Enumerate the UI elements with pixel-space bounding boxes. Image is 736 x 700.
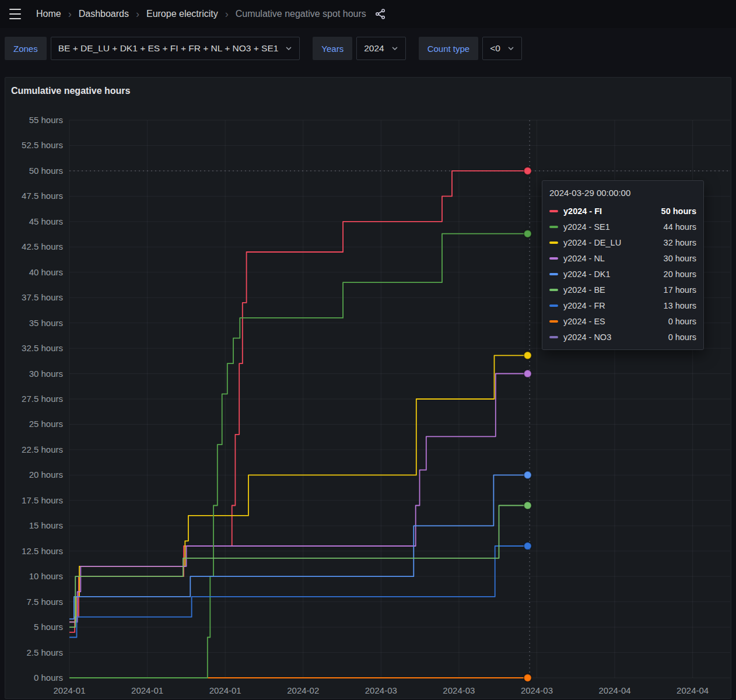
series-endpoint-fi — [524, 167, 531, 174]
filter-years: Years2024 — [313, 37, 405, 60]
filter-label: Years — [313, 37, 352, 60]
filter-value-dropdown[interactable]: 2024 — [356, 37, 405, 60]
y-axis-tick-label: 42.5 hours — [22, 242, 63, 251]
y-axis-tick-label: 52.5 hours — [22, 140, 63, 150]
share-icon[interactable] — [374, 8, 386, 20]
y-axis-tick-label: 27.5 hours — [22, 394, 63, 404]
x-axis-tick-label: 2024-02 — [287, 685, 319, 695]
series-color-marker — [549, 336, 558, 338]
tooltip-series-value: 32 hours — [664, 238, 696, 247]
y-axis-tick-label: 50 hours — [29, 166, 63, 176]
breadcrumb-item[interactable]: Europe electricity — [146, 9, 218, 19]
breadcrumb-separator-icon: › — [68, 9, 72, 19]
series-endpoint-nl — [524, 370, 531, 377]
x-axis-tick-label: 2024-03 — [443, 685, 475, 695]
tooltip-series-label: y2024 - ES — [563, 317, 605, 326]
y-axis-tick-label: 0 hours — [34, 673, 63, 682]
x-axis-tick-label: 2024-01 — [209, 685, 241, 695]
y-axis-tick-label: 47.5 hours — [22, 191, 63, 201]
top-navigation-bar: Home›Dashboards›Europe electricity›Cumul… — [0, 0, 736, 28]
y-axis-tick-label: 22.5 hours — [22, 444, 63, 454]
tooltip-series-value: 0 hours — [668, 317, 696, 326]
tooltip-series-row: y2024 - SE144 hours — [549, 219, 696, 235]
tooltip-series-list: y2024 - FI50 hoursy2024 - SE144 hoursy20… — [549, 203, 696, 345]
y-axis-tick-label: 25 hours — [29, 419, 63, 429]
filter-value-dropdown[interactable]: <0 — [482, 37, 522, 60]
series-color-marker — [549, 210, 558, 212]
series-endpoint-de_lu — [524, 352, 531, 359]
series-endpoint-se1 — [524, 230, 531, 237]
y-axis-tick-label: 15 hours — [29, 520, 63, 530]
filter-selected-value: <0 — [490, 43, 500, 54]
series-endpoint-es — [524, 674, 531, 682]
y-axis-tick-label: 20 hours — [29, 470, 63, 480]
x-axis-tick-label: 2024-01 — [131, 685, 163, 695]
tooltip-series-value: 17 hours — [664, 285, 696, 295]
y-axis-tick-label: 40 hours — [29, 267, 63, 277]
tooltip-series-value: 13 hours — [664, 301, 696, 310]
y-axis-tick-label: 10 hours — [29, 571, 63, 581]
y-axis-tick-label: 12.5 hours — [22, 546, 63, 556]
tooltip-series-value: 44 hours — [664, 222, 696, 232]
chevron-down-icon — [507, 45, 514, 52]
y-axis-tick-label: 32.5 hours — [22, 343, 63, 353]
series-color-marker — [549, 304, 558, 307]
breadcrumb-item[interactable]: Home — [36, 9, 61, 19]
breadcrumb: Home›Dashboards›Europe electricity›Cumul… — [36, 9, 366, 19]
tooltip-series-row: y2024 - DK120 hours — [549, 266, 696, 282]
chart-tooltip: 2024-03-29 00:00:00 y2024 - FI50 hoursy2… — [542, 180, 704, 350]
tooltip-series-label: y2024 - DK1 — [563, 270, 611, 279]
tooltip-series-row: y2024 - FI50 hours — [549, 203, 696, 219]
tooltip-series-label: y2024 - FR — [563, 301, 605, 310]
tooltip-series-row: y2024 - DE_LU32 hours — [549, 235, 696, 250]
chevron-down-icon — [285, 45, 292, 52]
filter-selected-value: BE + DE_LU + DK1 + ES + FI + FR + NL + N… — [58, 43, 279, 54]
series-color-marker — [549, 226, 558, 228]
breadcrumb-item[interactable]: Dashboards — [79, 9, 129, 19]
series-endpoint-fr — [524, 542, 531, 550]
breadcrumb-separator-icon: › — [136, 9, 139, 19]
y-axis-tick-label: 55 hours — [29, 115, 63, 125]
tooltip-series-label: y2024 - DE_LU — [563, 238, 621, 247]
tooltip-series-label: y2024 - NL — [563, 254, 605, 263]
y-axis-tick-label: 35 hours — [29, 318, 63, 328]
tooltip-series-row: y2024 - BE17 hours — [549, 282, 696, 298]
y-axis-tick-label: 45 hours — [29, 216, 63, 226]
filter-label: Count type — [419, 37, 479, 60]
tooltip-series-value: 30 hours — [664, 254, 696, 263]
tooltip-series-row: y2024 - NL30 hours — [549, 250, 696, 266]
series-color-marker — [549, 273, 558, 275]
tooltip-series-value: 20 hours — [664, 270, 696, 279]
series-color-marker — [549, 257, 558, 260]
series-endpoint-be — [524, 502, 531, 509]
menu-toggle-icon[interactable] — [9, 9, 23, 19]
filter-count-type: Count type<0 — [419, 37, 522, 60]
y-axis-tick-label: 37.5 hours — [22, 292, 63, 302]
tooltip-series-row: y2024 - FR13 hours — [549, 298, 696, 313]
series-color-marker — [549, 320, 558, 323]
y-axis-tick-label: 5 hours — [34, 622, 63, 632]
series-color-marker — [549, 242, 558, 244]
x-axis-tick-label: 2024-03 — [365, 685, 397, 695]
panel-title: Cumulative negative hours — [11, 86, 731, 96]
chart-panel: Cumulative negative hours 0 hours2.5 hou… — [5, 77, 731, 699]
tooltip-series-label: y2024 - FI — [563, 206, 602, 216]
tooltip-series-label: y2024 - BE — [563, 285, 605, 295]
tooltip-timestamp: 2024-03-29 00:00:00 — [549, 187, 696, 203]
breadcrumb-separator-icon: › — [225, 9, 229, 19]
y-axis-tick-label: 17.5 hours — [22, 495, 63, 505]
tooltip-series-row: y2024 - NO30 hours — [549, 329, 696, 345]
tooltip-series-label: y2024 - NO3 — [563, 332, 611, 342]
breadcrumb-item: Cumulative negative spot hours — [236, 9, 366, 19]
chevron-down-icon — [391, 45, 398, 52]
y-axis-tick-label: 2.5 hours — [26, 648, 63, 657]
filter-zones: ZonesBE + DE_LU + DK1 + ES + FI + FR + N… — [5, 37, 300, 60]
filter-selected-value: 2024 — [364, 43, 384, 54]
filter-label: Zones — [5, 37, 47, 60]
x-axis-tick-label: 2024-04 — [599, 685, 631, 695]
series-color-marker — [549, 289, 558, 291]
tooltip-series-value: 50 hours — [661, 206, 696, 216]
filter-value-dropdown[interactable]: BE + DE_LU + DK1 + ES + FI + FR + NL + N… — [51, 37, 300, 60]
x-axis-tick-label: 2024-04 — [677, 685, 709, 695]
tooltip-series-value: 0 hours — [668, 332, 696, 342]
